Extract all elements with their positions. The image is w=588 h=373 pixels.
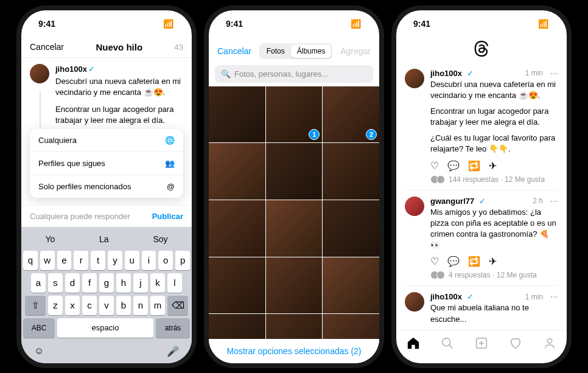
photo-item[interactable]	[209, 143, 265, 200]
reply-mentioned[interactable]: Solo perfiles mencionados @	[30, 175, 183, 198]
username[interactable]: jiho100x	[430, 292, 462, 301]
photo-item[interactable]	[323, 257, 379, 314]
username[interactable]: gwangurl77	[430, 197, 474, 206]
key-v[interactable]: v	[99, 296, 114, 315]
tab-photos[interactable]: Fotos	[261, 44, 291, 58]
key-r[interactable]: r	[74, 251, 88, 270]
feed[interactable]: jiho100x✓ 1 min ⋯ Descubrí una nueva caf…	[396, 63, 567, 330]
key-t[interactable]: t	[91, 251, 105, 270]
search-tab[interactable]	[441, 336, 454, 352]
post-menu-icon[interactable]: ⋯	[550, 292, 558, 301]
reply-privacy-menu: Cualquiera 🌐 Perfiles que sigues 👥 Solo …	[30, 129, 183, 198]
publish-button[interactable]: Publicar	[152, 212, 183, 221]
post-menu-icon[interactable]: ⋯	[550, 69, 558, 78]
picker-header: Cancelar Fotos Álbumes Agregar	[209, 37, 379, 65]
photo-item[interactable]	[209, 200, 265, 257]
key-j[interactable]: j	[133, 273, 148, 293]
reply-anyone[interactable]: Cualquiera 🌐	[30, 129, 183, 152]
key-c[interactable]: c	[82, 296, 97, 315]
show-selected-button[interactable]: Mostrar opciones seleccionadas (2)	[209, 339, 379, 363]
photo-item[interactable]	[209, 314, 265, 338]
avatar[interactable]	[405, 69, 424, 88]
key-g[interactable]: g	[99, 273, 114, 293]
space-key[interactable]: espacio	[57, 318, 153, 338]
key-o[interactable]: o	[158, 251, 173, 270]
key-b[interactable]: b	[116, 296, 131, 315]
post-time: 2 h	[533, 197, 543, 205]
picker-add-button[interactable]: Agregar	[340, 46, 371, 56]
suggestion[interactable]: Yo	[45, 234, 55, 244]
key-h[interactable]: h	[116, 273, 131, 293]
mic-key[interactable]: 🎤	[167, 346, 179, 357]
emoji-key[interactable]: ☺	[34, 346, 44, 357]
activity-tab[interactable]	[509, 336, 522, 352]
repost-icon[interactable]: 🔁	[468, 256, 480, 267]
suggestion[interactable]: La	[99, 234, 109, 244]
comment-icon[interactable]: 💬	[447, 160, 460, 172]
key-e[interactable]: e	[57, 251, 72, 270]
repost-icon[interactable]: 🔁	[468, 160, 480, 172]
status-icons: 📶	[538, 19, 553, 29]
username[interactable]: jiho100x	[430, 69, 462, 78]
share-icon[interactable]: ✈	[489, 256, 497, 267]
suggestion[interactable]: Soy	[153, 234, 167, 244]
verified-icon: ✓	[467, 292, 474, 301]
avatar[interactable]	[30, 64, 49, 83]
backspace-key[interactable]: ⌫	[167, 296, 188, 315]
key-i[interactable]: i	[142, 251, 156, 270]
verified-icon: ✓	[467, 69, 474, 78]
photo-item[interactable]	[209, 86, 265, 143]
key-m[interactable]: m	[150, 296, 165, 315]
photo-item[interactable]	[266, 257, 323, 314]
key-z[interactable]: z	[48, 296, 63, 315]
threads-logo[interactable]	[396, 37, 567, 63]
photo-item[interactable]: 1	[266, 86, 323, 143]
shift-key[interactable]: ⇧	[25, 296, 46, 315]
username[interactable]: jiho100x	[55, 64, 87, 74]
status-icons: 📶	[351, 19, 366, 29]
picker-cancel-button[interactable]: Cancelar	[217, 46, 251, 56]
reply-setting-label[interactable]: Cualquiera puede responder	[30, 212, 130, 221]
key-f[interactable]: f	[82, 273, 97, 293]
segmented-control[interactable]: Fotos Álbumes	[259, 43, 333, 59]
profile-tab[interactable]	[543, 336, 556, 352]
photo-item[interactable]	[323, 200, 379, 257]
key-s[interactable]: s	[48, 273, 63, 293]
key-k[interactable]: k	[150, 273, 165, 293]
key-l[interactable]: l	[167, 273, 182, 293]
heart-icon[interactable]: ♡	[430, 256, 439, 267]
photo-item[interactable]	[323, 314, 379, 338]
key-q[interactable]: q	[23, 251, 38, 270]
comment-icon[interactable]: 💬	[447, 256, 460, 267]
return-key[interactable]: atrás	[156, 318, 190, 338]
home-tab[interactable]	[407, 336, 420, 352]
post-stats[interactable]: 4 respuestas · 12 Me gusta	[430, 271, 558, 279]
photo-item[interactable]	[209, 257, 265, 314]
photo-item[interactable]	[266, 200, 323, 257]
search-input[interactable]: 🔍 Fotos, personas, lugares...	[215, 65, 373, 83]
share-icon[interactable]: ✈	[489, 160, 497, 172]
post-stats[interactable]: 144 respuestas · 12 Me gusta	[430, 175, 558, 184]
avatar[interactable]	[405, 197, 424, 216]
key-u[interactable]: u	[125, 251, 139, 270]
photo-item[interactable]	[266, 143, 323, 200]
avatar[interactable]	[405, 292, 424, 312]
reply-following[interactable]: Perfiles que sigues 👥	[30, 152, 183, 175]
status-bar: 9:41 📶	[209, 10, 379, 37]
compose-tab[interactable]	[475, 336, 488, 352]
cancel-button[interactable]: Cancelar	[30, 42, 64, 52]
heart-icon[interactable]: ♡	[430, 160, 439, 172]
photo-item[interactable]: 2	[323, 86, 379, 143]
abc-key[interactable]: ABC	[23, 318, 55, 338]
key-a[interactable]: a	[31, 273, 46, 293]
tab-albums[interactable]: Álbumes	[291, 44, 332, 58]
photo-item[interactable]	[323, 143, 379, 200]
key-p[interactable]: p	[175, 251, 190, 270]
key-w[interactable]: w	[40, 251, 55, 270]
key-y[interactable]: y	[108, 251, 122, 270]
photo-item[interactable]	[266, 314, 323, 338]
key-n[interactable]: n	[133, 296, 148, 315]
key-d[interactable]: d	[65, 273, 80, 293]
key-x[interactable]: x	[65, 296, 80, 315]
post-menu-icon[interactable]: ⋯	[550, 197, 558, 206]
